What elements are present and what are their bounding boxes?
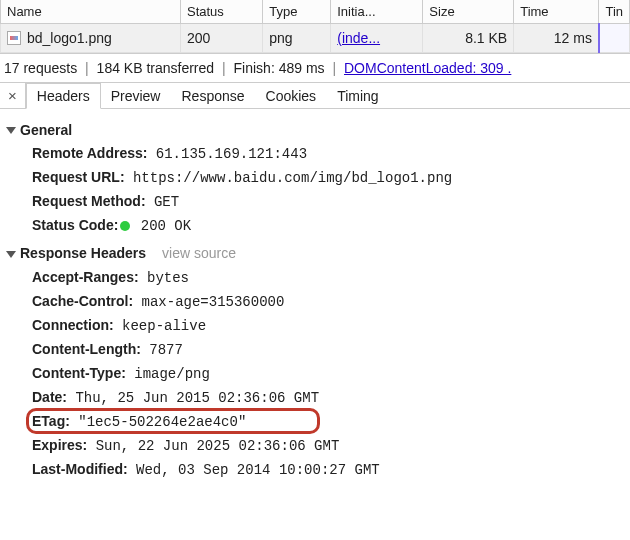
summary-transferred: 184 KB transferred <box>97 60 215 76</box>
header-value: Thu, 25 Jun 2015 02:36:06 GMT <box>67 390 319 406</box>
section-response-toggle[interactable]: Response Headers view source <box>4 242 626 265</box>
tab-cookies[interactable]: Cookies <box>256 84 328 108</box>
file-image-icon <box>7 31 21 45</box>
header-value: GET <box>146 194 180 210</box>
triangle-down-icon <box>6 127 16 134</box>
header-key: Accept-Ranges: <box>32 269 139 285</box>
cell-type: png <box>263 24 331 53</box>
header-row: Cache-Control: max-age=315360000 <box>32 290 626 314</box>
header-value: 7877 <box>141 342 183 358</box>
section-response-title: Response Headers <box>20 242 146 265</box>
header-row: Last-Modified: Wed, 03 Sep 2014 10:00:27… <box>32 458 626 482</box>
tab-preview[interactable]: Preview <box>101 84 172 108</box>
tab-timing[interactable]: Timing <box>327 84 390 108</box>
col-status[interactable]: Status <box>181 0 263 24</box>
header-key: Cache-Control: <box>32 293 133 309</box>
cell-timeline <box>599 24 630 53</box>
view-source-link[interactable]: view source <box>162 242 236 265</box>
status-ok-icon <box>120 221 130 231</box>
header-value: 61.135.169.121:443 <box>147 146 307 162</box>
col-initiator[interactable]: Initia... <box>331 0 423 24</box>
summary-finish: Finish: 489 ms <box>234 60 325 76</box>
initiator-link[interactable]: (inde... <box>337 30 380 46</box>
cell-initiator[interactable]: (inde... <box>331 24 423 53</box>
header-key: Last-Modified: <box>32 461 128 477</box>
header-row: Connection: keep-alive <box>32 314 626 338</box>
network-summary: 17 requests | 184 KB transferred | Finis… <box>0 53 630 83</box>
header-key: Request URL: <box>32 169 125 185</box>
header-value: "1ec5-502264e2ae4c0" <box>70 414 246 430</box>
header-key: Expires: <box>32 437 87 453</box>
header-value: keep-alive <box>114 318 206 334</box>
col-type[interactable]: Type <box>263 0 331 24</box>
header-value: max-age=315360000 <box>133 294 284 310</box>
network-table: Name Status Type Initia... Size Time Tin… <box>0 0 630 53</box>
header-key: Remote Address: <box>32 145 147 161</box>
header-value: https://www.baidu.com/img/bd_logo1.png <box>125 170 453 186</box>
header-value: bytes <box>139 270 189 286</box>
header-row: Content-Type: image/png <box>32 362 626 386</box>
cell-name[interactable]: bd_logo1.png <box>1 24 181 53</box>
tab-response[interactable]: Response <box>171 84 255 108</box>
general-list: Remote Address: 61.135.169.121:443Reques… <box>4 142 626 238</box>
header-row: Date: Thu, 25 Jun 2015 02:36:06 GMT <box>32 386 626 410</box>
header-key: Request Method: <box>32 193 146 209</box>
section-general-toggle[interactable]: General <box>4 119 626 142</box>
header-key: Content-Type: <box>32 365 126 381</box>
col-name[interactable]: Name <box>1 0 181 24</box>
table-header-row: Name Status Type Initia... Size Time Tin <box>1 0 630 24</box>
summary-domcontentloaded[interactable]: DOMContentLoaded: 309 . <box>344 60 511 76</box>
summary-requests: 17 requests <box>4 60 77 76</box>
col-tin[interactable]: Tin <box>599 0 630 24</box>
header-row: Status Code: 200 OK <box>32 214 626 238</box>
header-key: Date: <box>32 389 67 405</box>
col-time[interactable]: Time <box>514 0 599 24</box>
detail-tabs: × Headers Preview Response Cookies Timin… <box>0 83 630 109</box>
header-value: image/png <box>126 366 210 382</box>
header-row: Request URL: https://www.baidu.com/img/b… <box>32 166 626 190</box>
close-button[interactable]: × <box>0 83 26 108</box>
header-value: Sun, 22 Jun 2025 02:36:06 GMT <box>87 438 339 454</box>
cell-size: 8.1 KB <box>423 24 514 53</box>
header-row: Request Method: GET <box>32 190 626 214</box>
response-list: Accept-Ranges: bytesCache-Control: max-a… <box>4 266 626 483</box>
header-value: 200 OK <box>132 218 191 234</box>
headers-panel: General Remote Address: 61.135.169.121:4… <box>0 109 630 492</box>
header-row: Expires: Sun, 22 Jun 2025 02:36:06 GMT <box>32 434 626 458</box>
cell-time: 12 ms <box>514 24 599 53</box>
header-key: ETag: <box>32 413 70 429</box>
table-row[interactable]: bd_logo1.png 200 png (inde... 8.1 KB 12 … <box>1 24 630 53</box>
header-row: Content-Length: 7877 <box>32 338 626 362</box>
header-key: Connection: <box>32 317 114 333</box>
tab-headers[interactable]: Headers <box>26 83 101 109</box>
file-name: bd_logo1.png <box>27 30 112 46</box>
section-general-title: General <box>20 119 72 142</box>
header-row: Accept-Ranges: bytes <box>32 266 626 290</box>
cell-status: 200 <box>181 24 263 53</box>
header-value: Wed, 03 Sep 2014 10:00:27 GMT <box>128 462 380 478</box>
header-row: ETag: "1ec5-502264e2ae4c0" <box>32 410 626 434</box>
header-row: Remote Address: 61.135.169.121:443 <box>32 142 626 166</box>
header-key: Content-Length: <box>32 341 141 357</box>
header-key: Status Code: <box>32 217 118 233</box>
col-size[interactable]: Size <box>423 0 514 24</box>
triangle-down-icon <box>6 251 16 258</box>
